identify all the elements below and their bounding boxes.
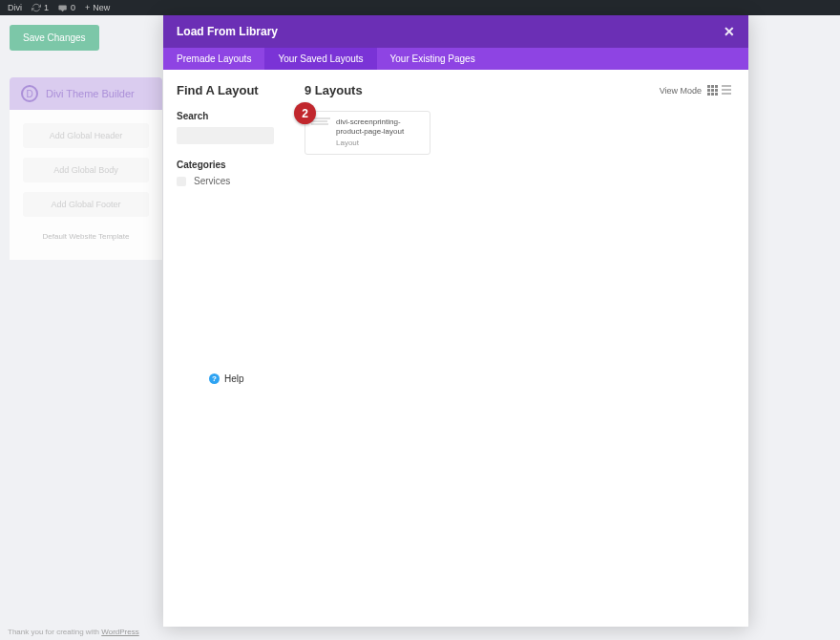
- wp-footer: Thank you for creating with WordPress: [8, 628, 139, 636]
- modal-tabs: Premade Layouts Your Saved Layouts Your …: [163, 48, 748, 70]
- view-mode-toggle: View Mode: [660, 85, 731, 96]
- save-changes-button[interactable]: Save Changes: [10, 25, 99, 51]
- add-global-footer[interactable]: Add Global Footer: [23, 192, 149, 217]
- layouts-header: 9 Layouts View Mode: [304, 83, 731, 97]
- site-name: Divi: [8, 3, 22, 12]
- modal-body: Find A Layout Search Categories Services…: [163, 70, 748, 627]
- refresh-icon: [32, 3, 41, 12]
- builder-title: Divi Theme Builder: [46, 88, 135, 99]
- checkbox-icon[interactable]: [177, 177, 186, 186]
- filter-sidebar: Find A Layout Search Categories Services…: [163, 70, 287, 627]
- layout-name: divi-screenprinting-product-page-layout: [336, 117, 424, 138]
- layouts-count-title: 9 Layouts: [304, 83, 363, 97]
- layout-type: Layout: [336, 139, 424, 148]
- modal-header: Load From Library ✕: [163, 15, 748, 48]
- comment-icon: [58, 3, 68, 12]
- annotation-badge: 2: [294, 102, 316, 124]
- layout-card-text: divi-screenprinting-product-page-layout …: [336, 117, 424, 148]
- layouts-area: 9 Layouts View Mode 2: [287, 70, 748, 627]
- admin-comments[interactable]: 0: [58, 3, 75, 12]
- updates-count: 1: [44, 3, 49, 12]
- tab-existing[interactable]: Your Existing Pages: [377, 48, 489, 70]
- search-label: Search: [177, 111, 274, 121]
- add-global-header[interactable]: Add Global Header: [23, 123, 149, 148]
- layout-card[interactable]: 2 divi-screenprinting-product-page-layou…: [304, 111, 430, 155]
- tab-premade[interactable]: Premade Layouts: [163, 48, 264, 70]
- divi-logo-icon: D: [21, 85, 38, 102]
- admin-updates[interactable]: 1: [32, 3, 49, 12]
- load-library-modal: Load From Library ✕ Premade Layouts Your…: [163, 15, 748, 627]
- help-icon: ?: [209, 373, 220, 384]
- modal-title: Load From Library: [177, 25, 278, 38]
- wordpress-link[interactable]: WordPress: [101, 628, 138, 636]
- close-icon[interactable]: ✕: [724, 24, 735, 39]
- grid-view-icon[interactable]: [707, 85, 718, 96]
- category-label: Services: [194, 176, 230, 186]
- category-services[interactable]: Services: [177, 176, 274, 186]
- help-label: Help: [224, 373, 244, 384]
- search-input[interactable]: [177, 127, 274, 144]
- theme-builder-header: D Divi Theme Builder: [10, 77, 162, 110]
- admin-site[interactable]: Divi: [8, 3, 22, 12]
- tab-saved[interactable]: Your Saved Layouts: [264, 48, 376, 70]
- sidebar-title: Find A Layout: [177, 83, 274, 97]
- list-view-icon[interactable]: [722, 85, 731, 96]
- comments-count: 0: [71, 3, 75, 12]
- view-mode-label: View Mode: [660, 86, 702, 96]
- plus-icon: +: [85, 3, 90, 12]
- template-footer-label: Default Website Template: [23, 226, 149, 246]
- admin-new[interactable]: + New: [85, 3, 110, 12]
- categories-label: Categories: [177, 160, 274, 170]
- help-link[interactable]: ? Help: [177, 373, 274, 613]
- new-label: New: [93, 3, 110, 12]
- template-body: Add Global Header Add Global Body Add Gl…: [10, 110, 162, 260]
- wp-admin-bar: Divi 1 0 + New: [0, 0, 840, 15]
- add-global-body[interactable]: Add Global Body: [23, 158, 149, 182]
